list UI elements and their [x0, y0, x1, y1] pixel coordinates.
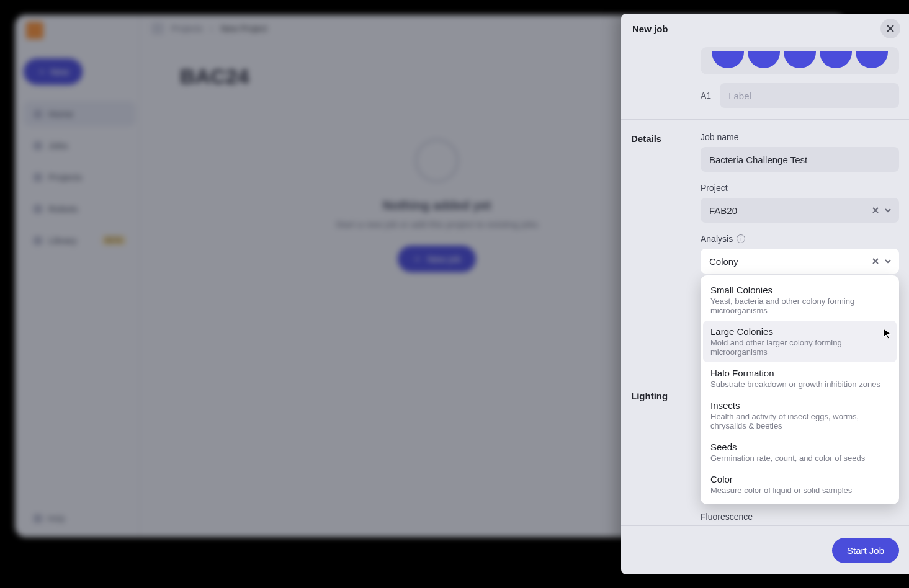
- analysis-label: Analysis i: [701, 234, 899, 244]
- section-lighting-label: Lighting: [631, 391, 689, 401]
- well: [748, 51, 780, 68]
- analysis-option-large-colonies[interactable]: Large Colonies Mold and other larger col…: [703, 321, 897, 362]
- analysis-select[interactable]: Colony: [701, 249, 899, 274]
- well: [856, 51, 888, 68]
- job-name-label: Job name: [701, 132, 899, 142]
- new-job-drawer: New job A1 Details: [621, 14, 909, 574]
- close-button[interactable]: [880, 19, 900, 38]
- well: [820, 51, 852, 68]
- analysis-option-color[interactable]: Color Measure color of liquid or solid s…: [703, 468, 897, 501]
- clear-icon[interactable]: [871, 256, 880, 266]
- chevron-down-icon: [883, 256, 893, 266]
- analysis-option-seeds[interactable]: Seeds Germination rate, count, and color…: [703, 436, 897, 468]
- project-value: FAB20: [709, 205, 737, 216]
- info-icon[interactable]: i: [737, 234, 745, 243]
- job-name-input[interactable]: [701, 147, 899, 172]
- chevron-down-icon: [883, 205, 893, 215]
- analysis-option-insects[interactable]: Insects Health and activity of insect eg…: [703, 394, 897, 436]
- well: [712, 51, 744, 68]
- analysis-dropdown: Small Colonies Yeast, bacteria and other…: [701, 275, 899, 504]
- analysis-option-small-colonies[interactable]: Small Colonies Yeast, bacteria and other…: [703, 279, 897, 321]
- drawer-title: New job: [632, 24, 668, 34]
- section-details-label: Details: [631, 132, 689, 274]
- close-icon: [886, 24, 895, 33]
- analysis-option-halo-formation[interactable]: Halo Formation Substrate breakdown or gr…: [703, 362, 897, 394]
- well: [784, 51, 816, 68]
- analysis-value: Colony: [709, 256, 738, 267]
- start-job-button[interactable]: Start Job: [832, 538, 899, 563]
- project-label: Project: [701, 183, 899, 193]
- well-label-input[interactable]: [720, 83, 899, 108]
- wells-preview: [701, 47, 899, 74]
- clear-icon[interactable]: [871, 205, 880, 215]
- project-select[interactable]: FAB20: [701, 198, 899, 223]
- well-code: A1: [701, 91, 711, 100]
- fluorescence-label: Fluorescence: [701, 512, 753, 522]
